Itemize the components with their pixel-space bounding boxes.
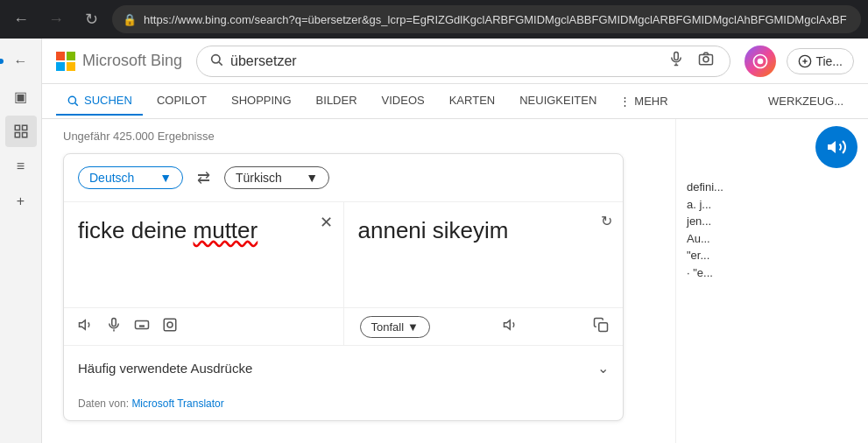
svg-line-5 — [219, 62, 222, 66]
tab-shopping[interactable]: SHOPPING — [221, 87, 302, 116]
def-line-2: a. j... — [687, 196, 857, 214]
copilot-button[interactable] — [745, 46, 776, 77]
svg-marker-28 — [504, 320, 510, 330]
source-keyboard-button[interactable] — [132, 315, 152, 338]
mic-button[interactable] — [665, 47, 688, 74]
tab-copilot[interactable]: COPILOT — [146, 87, 217, 116]
page-body: Ungefähr 425.000 Ergebnisse Deutsch ▼ ⇄ … — [42, 119, 868, 443]
svg-rect-20 — [136, 321, 149, 329]
source-lang-selector[interactable]: Deutsch ▼ — [78, 166, 183, 189]
clear-button[interactable]: ✕ — [320, 213, 333, 232]
svg-rect-26 — [164, 319, 176, 331]
haufig-header[interactable]: Häufig verwendete Ausdrücke ⌄ — [78, 360, 609, 376]
target-text: anneni sikeyim — [358, 216, 610, 246]
logo-sq-green — [67, 52, 75, 60]
swap-button[interactable]: ⇄ — [190, 165, 217, 191]
svg-rect-3 — [22, 133, 26, 137]
source-actions — [64, 308, 344, 345]
source-visual-button[interactable] — [160, 315, 180, 338]
sidebar-menu[interactable]: ≡ — [5, 151, 37, 182]
header-right: Tie... — [745, 46, 854, 77]
logo-sq-yellow — [67, 62, 75, 71]
def-line-4: Au... — [687, 230, 857, 248]
logo-squares — [56, 52, 75, 71]
search-actions — [665, 47, 717, 74]
tab-bilder[interactable]: BILDER — [306, 87, 368, 116]
svg-rect-29 — [599, 323, 608, 332]
more-button[interactable]: ⋮ MEHR — [610, 88, 676, 115]
svg-marker-30 — [828, 141, 836, 153]
svg-rect-2 — [15, 133, 19, 137]
svg-point-11 — [758, 58, 764, 64]
translator-right: anneni sikeyim ↻ — [344, 202, 624, 307]
sidebar-back-wrapper: ← — [5, 46, 37, 77]
camera-button[interactable] — [695, 47, 717, 74]
haufig-title: Häufig verwendete Ausdrücke — [78, 361, 252, 376]
underlined-word: mutter — [194, 217, 258, 243]
copy-button[interactable] — [591, 315, 610, 338]
source-mic-button[interactable] — [104, 315, 123, 338]
sidebar-add[interactable]: + — [5, 186, 37, 217]
def-line-3: jen... — [687, 213, 857, 230]
browser-window: ← → ↻ 🔒 https://www.bing.com/search?q=üb… — [0, 0, 868, 443]
tab-neuigkeiten[interactable]: NEUIGKEITEN — [509, 87, 607, 116]
tab-suchen[interactable]: SUCHEN — [56, 87, 143, 116]
svg-point-27 — [167, 322, 173, 327]
reload-button[interactable]: ↻ — [77, 5, 105, 33]
logo-text: Microsoft Bing — [82, 52, 182, 70]
results-count: Ungefähr 425.000 Ergebnisse — [56, 130, 661, 143]
forward-button[interactable]: → — [42, 5, 70, 33]
bing-header: Microsoft Bing — [42, 39, 868, 84]
svg-rect-1 — [22, 125, 26, 130]
logo-sq-blue — [56, 62, 65, 71]
source-speak-button[interactable] — [76, 315, 95, 338]
sidebar: ← ▣ ≡ + — [0, 39, 42, 443]
def-line-6: · "e... — [687, 264, 857, 282]
bing-logo[interactable]: Microsoft Bing — [56, 52, 182, 71]
target-speak-button[interactable] — [501, 315, 520, 338]
tone-button[interactable]: Tonfall ▼ — [360, 316, 430, 338]
svg-point-4 — [212, 54, 220, 62]
search-icon — [209, 53, 223, 70]
source-lang-dropdown-icon: ▼ — [159, 171, 172, 185]
translator-body: ficke deine mutter ✕ anneni sikeyim ↻ — [64, 202, 623, 307]
svg-line-16 — [75, 102, 78, 105]
sidebar-favorites[interactable] — [5, 116, 37, 147]
tab-videos[interactable]: VIDEOS — [371, 87, 435, 116]
search-input[interactable] — [230, 53, 658, 69]
refresh-button[interactable]: ↻ — [601, 213, 612, 229]
tone-dropdown-icon: ▼ — [407, 320, 419, 334]
translator-left: ficke deine mutter ✕ — [64, 202, 344, 307]
sidebar-tabs[interactable]: ▣ — [5, 81, 37, 112]
right-panel: defini... a. j... jen... Au... "er... · … — [675, 119, 868, 443]
back-button[interactable]: ← — [7, 5, 35, 33]
sidebar-back[interactable]: ← — [5, 46, 37, 77]
speak-button[interactable] — [815, 126, 857, 168]
search-box[interactable] — [196, 46, 730, 77]
translator-header: Deutsch ▼ ⇄ Türkisch ▼ — [64, 154, 623, 202]
def-line-5: "er... — [687, 247, 857, 264]
werkzeug-button[interactable]: WERKZEUG... — [758, 88, 854, 115]
svg-point-15 — [68, 96, 75, 103]
results-area: Ungefähr 425.000 Ergebnisse Deutsch ▼ ⇄ … — [42, 119, 675, 443]
logo-sq-red — [56, 52, 65, 60]
target-actions: Tonfall ▼ — [344, 308, 624, 345]
definition-text: defini... a. j... jen... Au... "er... · … — [687, 179, 857, 281]
microsoft-translator-link[interactable]: Microsoft Translator — [131, 397, 223, 410]
tab-karten[interactable]: KARTEN — [439, 87, 506, 116]
haufig-section: Häufig verwendete Ausdrücke ⌄ — [64, 345, 623, 390]
source-text[interactable]: ficke deine mutter — [78, 216, 329, 246]
target-lang-selector[interactable]: Türkisch ▼ — [224, 166, 329, 189]
svg-rect-0 — [15, 125, 19, 130]
data-source: Daten von: Microsoft Translator — [64, 390, 623, 420]
svg-rect-6 — [674, 53, 679, 60]
target-lang-dropdown-icon: ▼ — [306, 171, 318, 185]
main-content: Microsoft Bing — [42, 39, 868, 443]
tiefer-button[interactable]: Tie... — [787, 48, 854, 74]
svg-marker-17 — [80, 320, 86, 330]
actions-row: Tonfall ▼ — [64, 307, 623, 345]
url-text: https://www.bing.com/search?q=übersetzer… — [144, 13, 850, 26]
lock-icon: 🔒 — [123, 13, 137, 26]
nav-tabs: SUCHEN COPILOT SHOPPING BILDER VIDEOS KA… — [42, 84, 868, 119]
address-bar[interactable]: 🔒 https://www.bing.com/search?q=übersetz… — [112, 5, 861, 33]
